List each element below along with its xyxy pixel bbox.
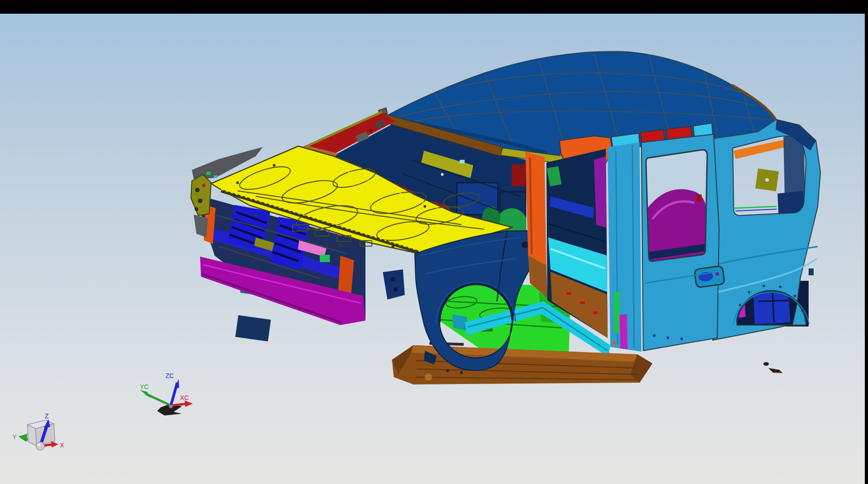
wcs-x-label: XC	[180, 394, 189, 401]
wcs-y-label: YC	[140, 383, 148, 390]
b-pillar	[608, 142, 641, 352]
right-chrome-bar	[865, 0, 868, 484]
wcs-z-label: ZC	[165, 372, 174, 379]
view-x-label: X	[60, 442, 64, 449]
rear-door[interactable]	[641, 134, 725, 351]
view-y-label: Y	[12, 433, 17, 441]
viewport-canvas[interactable]: ZC YC XC Z Y X	[0, 0, 868, 484]
top-chrome-bar	[0, 0, 868, 14]
view-z-label: Z	[45, 412, 49, 420]
cad-application-window: ZC YC XC Z Y X	[0, 0, 868, 484]
